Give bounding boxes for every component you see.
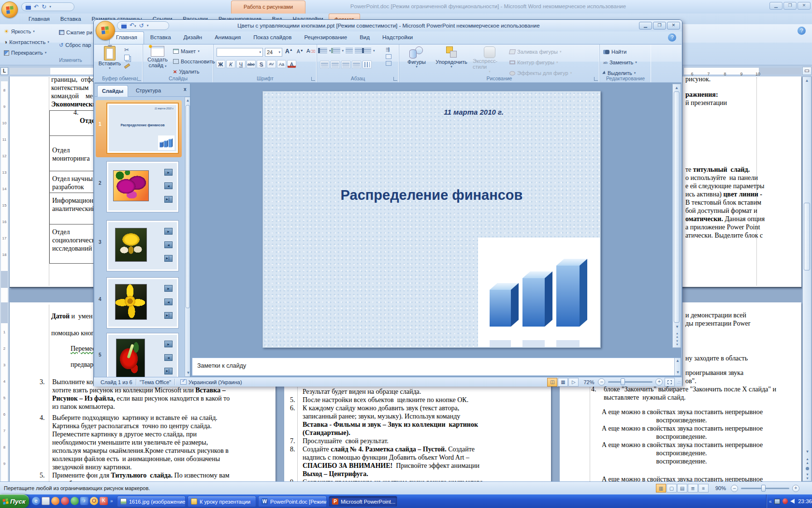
ppt-close-button[interactable]: ✕: [667, 22, 680, 30]
word-zoom-out-icon[interactable]: –: [731, 485, 738, 492]
ppt-tab[interactable]: Вид: [353, 31, 376, 44]
previous-page-icon[interactable]: ▲▲: [803, 457, 812, 465]
slide-canvas[interactable]: 11 марта 2010 г. Распределение финансов: [262, 91, 601, 348]
character-spacing-button[interactable]: AV: [267, 60, 276, 68]
text-shadow-button[interactable]: S: [257, 60, 266, 68]
slide-thumbnail-1[interactable]: 1 11 марта 2010 г. Распределение финансо…: [96, 100, 182, 157]
previous-slide-icon[interactable]: ▲▲: [673, 332, 682, 339]
nav-forward-icon[interactable]: ►: [164, 285, 173, 292]
nav-back-icon[interactable]: ◄: [164, 182, 173, 189]
tray-icon-display[interactable]: [774, 499, 780, 504]
panel-close-icon[interactable]: x: [184, 87, 187, 92]
word-zoom-level[interactable]: 90%: [715, 485, 726, 491]
new-slide-button[interactable]: ✹ Создать слайд ▾: [145, 46, 170, 68]
cut-icon[interactable]: ✂: [124, 46, 130, 53]
word-help-button[interactable]: ?: [798, 27, 806, 35]
nav-back-icon[interactable]: ◄: [164, 354, 173, 361]
word-office-button[interactable]: [1, 1, 18, 18]
justify-icon[interactable]: [352, 60, 361, 69]
outline-view-icon[interactable]: ≣: [688, 484, 698, 493]
format-painter-icon[interactable]: [124, 63, 130, 69]
arrange-button[interactable]: Упорядочить▾: [432, 46, 471, 69]
shape-fill-button[interactable]: Заливка фигуры▾: [509, 47, 572, 56]
bold-button[interactable]: Ж: [216, 60, 225, 68]
slides-panel-scrollbar[interactable]: ▲ ▼: [185, 97, 191, 377]
strikethrough-button[interactable]: abe: [246, 60, 256, 68]
next-slide-icon[interactable]: ▼▼: [673, 340, 682, 346]
slide-thumbnail-5[interactable]: 5 ► ◄ ►▏: [96, 331, 182, 377]
ppt-tab[interactable]: Дизайн: [177, 31, 209, 44]
resize-grip[interactable]: .::: [677, 380, 681, 385]
ppt-zoom-slider[interactable]: [608, 381, 652, 383]
quick-styles-button[interactable]: Экспресс-стили▾: [473, 46, 507, 74]
scroll-down-icon[interactable]: ▼: [673, 324, 682, 330]
find-button[interactable]: Найти: [603, 47, 637, 56]
align-right-icon[interactable]: [341, 60, 350, 69]
word-vertical-scrollbar[interactable]: ▲ ▼ ▲▲ ▼▼: [802, 76, 812, 481]
fit-slide-to-window-icon[interactable]: [665, 378, 675, 387]
align-text-icon[interactable]: [386, 54, 392, 59]
dialog-launcher-icon[interactable]: [137, 77, 141, 81]
align-center-icon[interactable]: [331, 60, 340, 69]
shrink-font-icon[interactable]: А▼: [297, 49, 304, 54]
font-color-button[interactable]: А: [287, 60, 296, 68]
nav-forward-icon[interactable]: ►: [164, 169, 173, 176]
qat-customize-icon[interactable]: ▾: [49, 5, 51, 9]
language-indicator[interactable]: Украинский (Украина): [188, 379, 242, 385]
change-case-button[interactable]: Aa: [277, 60, 286, 68]
dialog-launcher-icon[interactable]: [594, 77, 598, 81]
slide-date-placeholder[interactable]: 11 марта 2010 г.: [444, 108, 504, 116]
recolor-button[interactable]: Перекрасить▾: [4, 48, 49, 57]
nav-end-icon[interactable]: ►▏: [164, 255, 173, 262]
ppt-tab[interactable]: Вставка: [144, 31, 177, 44]
ppt-tab[interactable]: Рецензирование: [298, 31, 353, 44]
quick-launch-icon[interactable]: [71, 497, 79, 505]
word-zoom-slider-thumb[interactable]: [761, 485, 766, 492]
tray-icon-volume[interactable]: [790, 499, 795, 504]
shapes-button[interactable]: Фигуры▾: [403, 46, 430, 69]
nav-forward-icon[interactable]: ►: [164, 228, 173, 235]
nav-end-icon[interactable]: ►▏: [164, 196, 173, 203]
font-size-combobox[interactable]: 24▾: [265, 48, 282, 57]
tab-outline[interactable]: Структура: [130, 85, 167, 97]
ppt-tab[interactable]: Анимация: [208, 31, 247, 44]
decrease-indent-icon[interactable]: [346, 48, 353, 53]
tray-icon-antivirus[interactable]: [783, 498, 788, 504]
scroll-up-icon[interactable]: ▲: [673, 84, 681, 91]
ppt-zoom-level[interactable]: 72%: [583, 379, 594, 385]
delete-button[interactable]: ✕Удалить: [173, 67, 215, 76]
slide-sorter-view-icon[interactable]: ▦: [558, 378, 568, 387]
quick-launch-icon[interactable]: e: [32, 497, 40, 505]
reset-button[interactable]: Восстановить: [173, 57, 215, 66]
slideshow-view-icon[interactable]: ▷: [568, 378, 579, 387]
ppt-maximize-button[interactable]: ❐: [653, 22, 666, 30]
slide-area-scrollbar[interactable]: ▲ ▼ ▲▲ ▼▼: [672, 84, 681, 348]
redo-icon[interactable]: ↺: [139, 23, 144, 29]
clear-formatting-icon[interactable]: А⌫: [306, 48, 316, 54]
print-layout-view-icon[interactable]: ▥: [656, 484, 666, 493]
scrollbar-thumb[interactable]: [674, 91, 680, 323]
scrollbar-thumb[interactable]: [804, 203, 810, 270]
undo-icon[interactable]: ↶: [34, 4, 39, 10]
scroll-down-icon[interactable]: ▼: [185, 370, 191, 376]
nav-end-icon[interactable]: ►▏: [164, 368, 173, 374]
increase-indent-icon[interactable]: [355, 48, 362, 53]
spellcheck-icon[interactable]: ✓: [180, 379, 187, 385]
compress-pictures-button[interactable]: Сжатие ри: [59, 28, 92, 37]
quick-launch-icon[interactable]: ♪: [80, 497, 88, 505]
nav-end-icon[interactable]: ►▏: [164, 312, 173, 319]
qat-customize-icon[interactable]: ▾: [147, 24, 149, 28]
reset-picture-button[interactable]: ↺ Сброс пар: [59, 41, 92, 49]
normal-view-icon[interactable]: ◫: [547, 378, 557, 387]
line-spacing-icon[interactable]: [364, 48, 371, 53]
fullscreen-view-icon[interactable]: ▢: [667, 484, 677, 493]
ppt-tab[interactable]: Показ слайдов: [247, 31, 298, 44]
shape-outline-button[interactable]: Контур фигуры▾: [509, 58, 572, 67]
start-button[interactable]: Пуск: [0, 494, 29, 508]
save-icon[interactable]: [121, 23, 127, 29]
nav-forward-icon[interactable]: ►: [164, 341, 173, 347]
select-browse-object-icon[interactable]: [806, 467, 809, 470]
replace-button[interactable]: abЗаменить▾: [603, 58, 637, 67]
ppt-zoom-in-icon[interactable]: +: [655, 378, 663, 386]
ppt-help-button[interactable]: ?: [668, 33, 676, 42]
